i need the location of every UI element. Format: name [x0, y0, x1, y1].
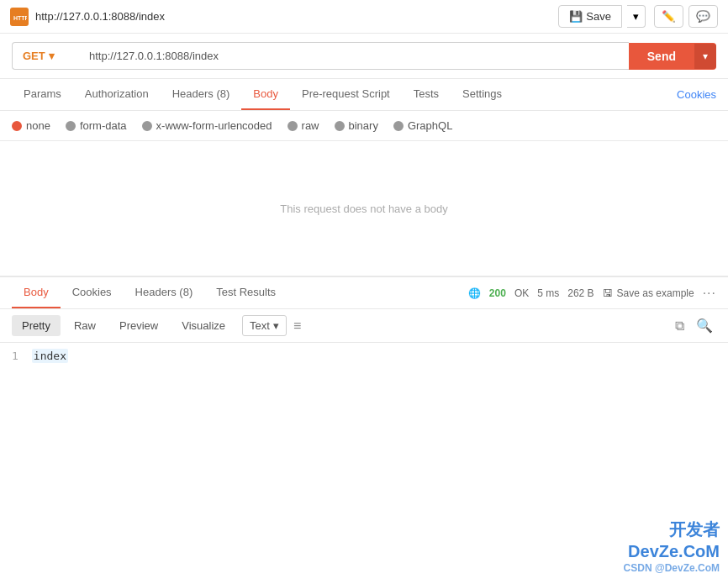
save-example-label: Save as example — [617, 287, 694, 299]
save-dropdown-button[interactable]: ▾ — [627, 5, 646, 28]
body-option-raw[interactable]: raw — [288, 119, 319, 132]
search-button[interactable]: 🔍 — [693, 314, 716, 337]
response-status-bar: 🌐 200 OK 5 ms 262 B 🖫 Save as example ··… — [468, 286, 716, 301]
status-code: 200 — [489, 287, 506, 299]
send-arrow-button[interactable]: ▾ — [694, 44, 716, 69]
resp-view-actions: ⧉ 🔍 — [672, 314, 716, 337]
response-time: 5 ms — [537, 287, 559, 299]
text-format-chevron: ▾ — [273, 319, 279, 332]
body-urlencoded-label: x-www-form-urlencoded — [156, 119, 272, 132]
radio-graphql — [393, 121, 404, 131]
save-as-example[interactable]: 🖫 Save as example — [603, 287, 694, 299]
radio-none — [12, 121, 22, 131]
more-button[interactable]: ··· — [703, 286, 716, 301]
response-section: Body Cookies Headers (8) Test Results 🌐 … — [0, 276, 728, 369]
radio-binary — [335, 121, 345, 131]
send-button-group: Send ▾ — [629, 43, 716, 70]
body-option-none[interactable]: none — [12, 119, 50, 132]
body-raw-label: raw — [302, 119, 319, 132]
radio-raw — [288, 121, 298, 131]
body-option-graphql[interactable]: GraphQL — [393, 119, 452, 132]
tab-pre-request[interactable]: Pre-request Script — [290, 79, 402, 110]
request-tabs: Params Authorization Headers (8) Body Pr… — [0, 79, 728, 111]
top-bar-actions: 💾 Save ▾ ✏️ 💬 — [558, 5, 718, 28]
text-format-select[interactable]: Text ▾ — [242, 315, 287, 336]
save-label: Save — [586, 10, 611, 23]
edit-button[interactable]: ✏️ — [654, 5, 683, 28]
view-tab-visualize[interactable]: Visualize — [171, 315, 235, 336]
response-content: 1 index — [0, 343, 728, 369]
resp-tab-test-results[interactable]: Test Results — [204, 277, 288, 308]
empty-state: This request does not have a body — [0, 141, 728, 276]
resp-tab-body[interactable]: Body — [12, 277, 61, 308]
filter-icon[interactable]: ≡ — [290, 315, 304, 337]
body-graphql-label: GraphQL — [408, 119, 452, 132]
response-index-text: index — [32, 349, 68, 363]
save-button[interactable]: 💾 Save — [558, 5, 622, 28]
body-option-urlencoded[interactable]: x-www-form-urlencoded — [142, 119, 272, 132]
tab-headers[interactable]: Headers (8) — [161, 79, 242, 110]
resp-tab-cookies[interactable]: Cookies — [61, 277, 124, 308]
tab-params[interactable]: Params — [12, 79, 73, 110]
view-tab-pretty[interactable]: Pretty — [12, 315, 61, 336]
view-tabs-bar: Pretty Raw Preview Visualize Text ▾ ≡ ⧉ … — [0, 309, 728, 343]
radio-urlencoded — [142, 121, 152, 131]
method-chevron: ▾ — [49, 50, 55, 62]
line-number-1: 1 — [12, 350, 18, 362]
view-tab-raw[interactable]: Raw — [64, 315, 106, 336]
body-none-label: none — [26, 119, 50, 132]
method-label: GET — [23, 50, 45, 62]
radio-form-data — [66, 121, 76, 131]
text-format-label: Text — [250, 319, 270, 332]
tab-authorization[interactable]: Authorization — [73, 79, 161, 110]
http-icon: HTTP — [10, 8, 29, 26]
view-tab-preview[interactable]: Preview — [109, 315, 168, 336]
response-line-1: 1 index — [12, 350, 716, 362]
top-bar: HTTP http://127.0.0.1:8088/index 💾 Save … — [0, 0, 728, 34]
top-bar-url: http://127.0.0.1:8088/index — [35, 10, 165, 23]
comment-button[interactable]: 💬 — [688, 5, 718, 28]
request-tabs-list: Params Authorization Headers (8) Body Pr… — [12, 79, 514, 110]
svg-text:HTTP: HTTP — [13, 15, 27, 21]
copy-button[interactable]: ⧉ — [672, 314, 688, 337]
body-option-binary[interactable]: binary — [335, 119, 378, 132]
empty-state-text: This request does not have a body — [280, 203, 447, 215]
response-tabs-list: Body Cookies Headers (8) Test Results — [12, 277, 288, 308]
save-icon: 💾 — [569, 10, 583, 23]
tab-settings[interactable]: Settings — [451, 79, 514, 110]
body-form-data-label: form-data — [80, 119, 127, 132]
body-option-form-data[interactable]: form-data — [66, 119, 127, 132]
top-bar-left: HTTP http://127.0.0.1:8088/index — [10, 8, 165, 26]
globe-icon: 🌐 — [468, 287, 481, 299]
body-options: none form-data x-www-form-urlencoded raw… — [0, 111, 728, 141]
response-value-1: index — [32, 350, 68, 362]
tab-body[interactable]: Body — [241, 79, 290, 110]
resp-tab-headers[interactable]: Headers (8) — [124, 277, 205, 308]
response-tabs-bar: Body Cookies Headers (8) Test Results 🌐 … — [0, 277, 728, 309]
send-main-button[interactable]: Send — [629, 43, 694, 70]
status-text: OK — [514, 287, 529, 299]
url-input[interactable] — [79, 42, 629, 70]
tab-tests[interactable]: Tests — [402, 79, 451, 110]
cookies-link[interactable]: Cookies — [677, 80, 716, 109]
body-binary-label: binary — [349, 119, 378, 132]
chevron-down-icon: ▾ — [633, 10, 639, 23]
response-size: 262 B — [567, 287, 593, 299]
method-select[interactable]: GET ▾ — [12, 42, 79, 70]
save-example-icon: 🖫 — [603, 287, 613, 299]
url-bar: GET ▾ Send ▾ — [0, 34, 728, 79]
